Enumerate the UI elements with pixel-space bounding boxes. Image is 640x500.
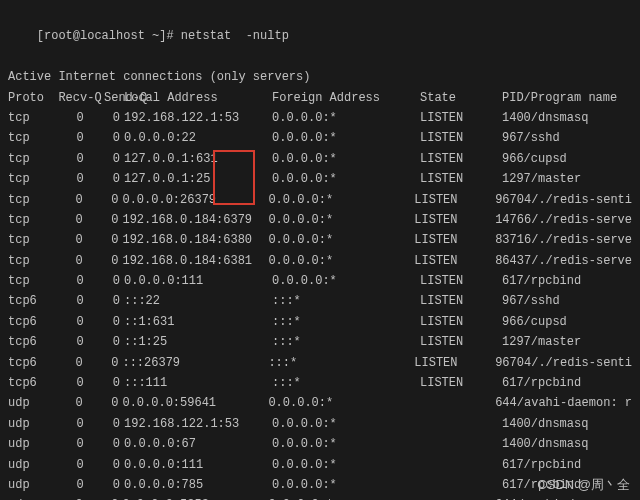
- connection-row: udp00 0.0.0.0:1110.0.0.0:*617/rpcbind: [8, 455, 632, 475]
- cell-recvq: 0: [55, 251, 102, 271]
- cell-sendq: 0: [104, 128, 124, 148]
- cell-state: LISTEN: [420, 312, 502, 332]
- cell-state: LISTEN: [420, 332, 502, 352]
- hdr-sendq: Send-Q: [104, 88, 124, 108]
- cell-proto: tcp: [8, 251, 55, 271]
- cell-state: [420, 455, 502, 475]
- cell-prog: 96704/./redis-senti: [495, 353, 632, 373]
- cell-prog: 1400/dnsmasq: [502, 414, 632, 434]
- cell-recvq: 0: [55, 230, 102, 250]
- cell-prog: 86437/./redis-serve: [495, 251, 632, 271]
- connection-row: tcp600 :::22:::*LISTEN967/sshd: [8, 291, 632, 311]
- cell-proto: tcp: [8, 169, 56, 189]
- cell-foreign: :::*: [272, 291, 420, 311]
- connection-row: tcp00 192.168.0.184:63800.0.0.0:*LISTEN8…: [8, 230, 632, 250]
- connection-row: tcp00 0.0.0.0:1110.0.0.0:*LISTEN617/rpcb…: [8, 271, 632, 291]
- cell-foreign: :::*: [268, 353, 414, 373]
- connection-row: udp00 0.0.0.0:670.0.0.0:*1400/dnsmasq: [8, 434, 632, 454]
- cell-state: LISTEN: [414, 353, 495, 373]
- cell-recvq: 0: [55, 393, 102, 413]
- cell-recvq: 0: [55, 190, 102, 210]
- cell-foreign: 0.0.0.0:*: [272, 434, 420, 454]
- cell-sendq: 0: [104, 414, 124, 434]
- cell-state: LISTEN: [420, 128, 502, 148]
- cell-local: 192.168.0.184:6379: [122, 210, 268, 230]
- cell-local: 192.168.0.184:6380: [122, 230, 268, 250]
- cell-state: LISTEN: [414, 230, 495, 250]
- cell-local: :::26379: [122, 353, 268, 373]
- cell-sendq: 0: [103, 230, 123, 250]
- cell-proto: tcp: [8, 271, 56, 291]
- cell-sendq: 0: [104, 312, 124, 332]
- connection-row: tcp600 ::1:25:::*LISTEN1297/master: [8, 332, 632, 352]
- cell-recvq: 0: [56, 332, 104, 352]
- cell-prog: 96704/./redis-senti: [495, 190, 632, 210]
- cell-state: [414, 495, 495, 500]
- cell-proto: tcp: [8, 210, 55, 230]
- cell-proto: tcp: [8, 128, 56, 148]
- cell-foreign: 0.0.0.0:*: [272, 169, 420, 189]
- cell-local: 127.0.0.1:631: [124, 149, 272, 169]
- cell-local: 0.0.0.0:26379: [122, 190, 268, 210]
- cell-recvq: 0: [55, 210, 102, 230]
- cell-local: 127.0.0.1:25: [124, 169, 272, 189]
- cell-sendq: 0: [103, 190, 123, 210]
- connection-row: tcp00 192.168.122.1:530.0.0.0:*LISTEN140…: [8, 108, 632, 128]
- cell-recvq: 0: [56, 108, 104, 128]
- cell-foreign: 0.0.0.0:*: [272, 128, 420, 148]
- cell-proto: tcp6: [8, 373, 56, 393]
- cell-proto: tcp6: [8, 312, 56, 332]
- cell-sendq: 0: [103, 353, 123, 373]
- cell-prog: 967/sshd: [502, 291, 632, 311]
- cell-state: [414, 393, 495, 413]
- cell-sendq: 0: [104, 434, 124, 454]
- cell-state: LISTEN: [420, 149, 502, 169]
- hdr-recvq: Recv-Q: [56, 88, 104, 108]
- cell-sendq: 0: [104, 455, 124, 475]
- cell-foreign: 0.0.0.0:*: [268, 251, 414, 271]
- cell-proto: udp: [8, 414, 56, 434]
- cell-prog: 644/avahi-daemon: r: [495, 495, 632, 500]
- cell-sendq: 0: [104, 108, 124, 128]
- cell-prog: 967/sshd: [502, 128, 632, 148]
- cell-state: [420, 475, 502, 495]
- connection-row: udp00 0.0.0.0:53530.0.0.0:*644/avahi-dae…: [8, 495, 632, 500]
- cell-foreign: :::*: [272, 312, 420, 332]
- cell-state: LISTEN: [420, 373, 502, 393]
- cell-recvq: 0: [56, 414, 104, 434]
- cell-proto: udp: [8, 393, 55, 413]
- watermark: CSDN @周丶全: [537, 474, 630, 496]
- cell-foreign: :::*: [272, 373, 420, 393]
- cell-proto: udp: [8, 495, 55, 500]
- cell-proto: tcp: [8, 190, 55, 210]
- cell-foreign: 0.0.0.0:*: [268, 495, 414, 500]
- cell-recvq: 0: [56, 169, 104, 189]
- cell-sendq: 0: [103, 251, 123, 271]
- cell-foreign: :::*: [272, 332, 420, 352]
- connection-row: udp00 192.168.122.1:530.0.0.0:*1400/dnsm…: [8, 414, 632, 434]
- cell-state: LISTEN: [420, 291, 502, 311]
- cell-local: 0.0.0.0:5353: [122, 495, 268, 500]
- cell-local: :::111: [124, 373, 272, 393]
- cell-local: 0.0.0.0:67: [124, 434, 272, 454]
- cell-foreign: 0.0.0.0:*: [268, 393, 414, 413]
- cell-state: LISTEN: [420, 271, 502, 291]
- cell-local: 0.0.0.0:22: [124, 128, 272, 148]
- cell-sendq: 0: [104, 332, 124, 352]
- connection-rows: tcp00 192.168.122.1:530.0.0.0:*LISTEN140…: [8, 108, 632, 500]
- cell-proto: udp: [8, 434, 56, 454]
- cell-sendq: 0: [104, 475, 124, 495]
- terminal[interactable]: [root@localhost ~]# netstat -nultp Activ…: [8, 6, 632, 500]
- cell-foreign: 0.0.0.0:*: [272, 108, 420, 128]
- cell-foreign: 0.0.0.0:*: [272, 414, 420, 434]
- connection-row: tcp00 0.0.0.0:220.0.0.0:*LISTEN967/sshd: [8, 128, 632, 148]
- cell-prog: 1400/dnsmasq: [502, 108, 632, 128]
- cell-proto: tcp: [8, 230, 55, 250]
- cell-foreign: 0.0.0.0:*: [268, 230, 414, 250]
- cell-prog: 617/rpcbind: [502, 455, 632, 475]
- cell-local: 0.0.0.0:111: [124, 271, 272, 291]
- prompt-command: netstat -nultp: [181, 29, 289, 43]
- cell-recvq: 0: [55, 353, 102, 373]
- cell-proto: udp: [8, 475, 56, 495]
- cell-state: LISTEN: [414, 190, 495, 210]
